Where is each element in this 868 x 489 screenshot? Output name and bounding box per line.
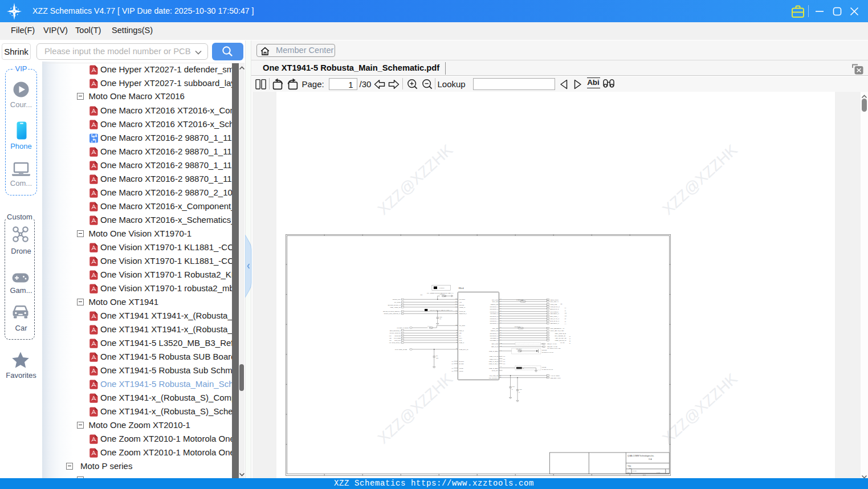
svg-text:(P): (P)	[557, 301, 559, 302]
svg-text:(2E): (2E)	[389, 337, 392, 339]
svg-text:G4b,: G4b,	[503, 363, 506, 365]
svg-text:(A): (A)	[565, 323, 567, 324]
svg-text:P55: P55	[455, 298, 457, 299]
svg-text:PF_MICG: PF_MICG	[394, 301, 401, 303]
svg-text:(P): (P)	[557, 299, 559, 300]
svg-text:PC.SCLK: PC.SCLK	[459, 299, 466, 300]
svg-text:x2: x2	[519, 392, 520, 393]
svg-text:(22): (22)	[560, 303, 563, 304]
svg-text:BH2_BY(2)_P: BH2_BY(2)_P	[550, 320, 559, 322]
svg-text:(B): (B)	[569, 340, 571, 341]
svg-text:JPI2_RIP2_R: JPI2_RIP2_R	[392, 342, 401, 344]
svg-text:(P): (P)	[569, 338, 571, 339]
svg-text:PIN_USB_CE: PIN_USB_CE	[490, 375, 499, 377]
svg-text:LNE_AGND_CN: LNE_AGND_CN	[390, 307, 401, 308]
svg-text:A5: A5	[500, 303, 501, 304]
svg-text:BT9_JBTGE)_BI: BT9_JBTGE)_BI	[555, 335, 566, 337]
svg-text:Rxxxnb: Rxxxnb	[633, 470, 637, 471]
svg-text:(still ADB(blue collect)=USB: (still ADB(blue collect)=USB	[547, 348, 561, 349]
svg-text:A5: A5	[500, 300, 501, 301]
svg-text:10nF: 10nF	[436, 357, 439, 358]
svg-text:uS7(2)LPL_0: uS7(2)LPL_0	[490, 333, 498, 335]
svg-text:x5: x5	[456, 336, 457, 337]
svg-text:XZZ@XZZHK: XZZ@XZZHK	[374, 370, 456, 447]
svg-text:A7B: A7B	[500, 343, 502, 344]
svg-text:RPL_CIE: RPL_CIE	[492, 301, 499, 303]
svg-text:QUALCOMM Technologies,Inc.: QUALCOMM Technologies,Inc.	[627, 455, 654, 457]
svg-text:(2): (2)	[565, 310, 567, 311]
svg-text:GI1_JTU2-TIk: GI1_JTU2-TIk	[392, 332, 401, 334]
svg-text:R: R	[666, 470, 667, 471]
svg-text:SBG_USB: SBG_USB	[491, 343, 498, 345]
svg-text:(1(8)3)B: (1(8)3)B	[542, 366, 547, 368]
svg-text:JTU2-TEI: JTU2-TEI	[394, 335, 401, 337]
svg-text:L52: L52	[455, 324, 457, 325]
svg-text:x54: x54	[455, 310, 457, 311]
svg-text:Sxxxt: Sxxxt	[643, 474, 646, 475]
svg-text:IPG(2): IPG(2)	[459, 368, 464, 369]
svg-text:ASE_GELIT: ASE_GELIT	[516, 348, 522, 350]
svg-text:USB_(U.S)_B: USB_(U.S)_B	[490, 356, 499, 357]
svg-text:BHUTT: BHUTT	[459, 361, 464, 362]
svg-text:U54: U54	[455, 306, 457, 307]
svg-text:R54: R54	[455, 301, 457, 302]
svg-text:USB_W_TE_F: USB_W_TE_F	[489, 363, 499, 365]
svg-text:A5: A5	[500, 312, 501, 313]
svg-text:LORD_TA: LORD_TA	[459, 307, 466, 308]
svg-text:SB"2.B2PL_T: SB"2.B2PL_T	[550, 313, 559, 315]
svg-text:PC_RSG: PC_RSG	[459, 325, 465, 327]
svg-text:A5: A5	[500, 305, 501, 307]
svg-text:uS7(2)nPL_7: uS7(2)nPL_7	[490, 323, 498, 324]
svg-text:A5: A5	[500, 327, 501, 328]
svg-text:R80x-A: R80x-A	[459, 287, 464, 290]
svg-text:x4R: x4R	[451, 361, 454, 362]
svg-text:A5: A5	[500, 336, 501, 337]
svg-text:RP(L)S7B_2: RP(L)S7B_2	[550, 311, 559, 313]
svg-text:(1873)TE: (1873)TE	[542, 349, 547, 351]
svg-text:USB_(R_BIDF: USB_(R_BIDF	[489, 368, 499, 369]
svg-text:GECL2_TIB: GECL2_TIB	[491, 304, 499, 305]
svg-text:A5: A5	[500, 320, 501, 321]
svg-text:XXX: XXX	[427, 325, 430, 327]
svg-text:GET)_JTE(AB_BI: GET)_JTE(AB_BI	[555, 333, 567, 335]
svg-text:A5: A5	[500, 298, 501, 299]
svg-text:uS7(2)LPL_0: uS7(2)LPL_0	[490, 306, 498, 308]
svg-text:10F: 10F	[439, 318, 442, 319]
svg-text:x5: x5	[456, 339, 457, 340]
svg-text:x2: x2	[512, 389, 513, 390]
svg-text:#Am./W. (3G/5): #Am./W. (3G/5)	[550, 375, 560, 377]
svg-text:RTL_TLE: RTL_TLE	[550, 301, 556, 303]
svg-text:WP(2)BPL_2: WP(2)BPL_2	[490, 340, 499, 341]
svg-text:JPI2_CIM: JPI2_CIM	[394, 340, 401, 341]
svg-text:JUH: JUH	[459, 337, 462, 339]
svg-text:(36): (36)	[389, 330, 392, 331]
svg-text:ABG(22)TAB: ABG(22)TAB	[514, 326, 520, 327]
svg-text:(2P): (2P)	[565, 315, 567, 316]
svg-text:G1/G5: G1/G5	[395, 349, 399, 350]
svg-text:WKUP_E: WKUP_E	[459, 311, 466, 312]
svg-text:A5: A5	[500, 334, 501, 335]
svg-text:SB"2.B7PL_T: SB"2.B7PL_T	[550, 323, 559, 324]
svg-text:uS72_BATL_U: uS72_BATL_U	[550, 306, 560, 308]
svg-text:V.I.A: V.I.A	[649, 458, 652, 461]
svg-text:uS79_BEWBG(TA: uS79_BEWBG(TA	[550, 328, 562, 329]
svg-text:G4b,: G4b,	[503, 361, 506, 362]
svg-text:USB_BGL) (MW): USB_BGL) (MW)	[550, 377, 561, 379]
svg-text:A5: A5	[500, 322, 501, 323]
svg-text:Sxd: Sxd	[629, 467, 632, 468]
svg-text:Title: Title	[627, 465, 631, 467]
svg-text:USB_W_TE_B: USB_W_TE_B	[489, 361, 499, 362]
svg-text:x4R: x4R	[451, 368, 454, 369]
svg-text:0402/XXX: 0402/XXX	[440, 294, 445, 295]
svg-text:XZZ@XZZHK: XZZ@XZZHK	[374, 141, 456, 218]
svg-text:PHF: PHF	[459, 340, 462, 341]
svg-text:uTET)_B(TAB_IU): uTET)_B(TAB_IU)	[555, 340, 567, 341]
svg-text:USB_IR_BIDF: USB_IR_BIDF	[489, 351, 499, 352]
svg-text:A5: A5	[500, 315, 501, 316]
svg-text:PIN_JPG(2/W): PIN_JPG(2/W)	[489, 377, 499, 379]
svg-text:GDDRV2_F: GDDRV2_F	[459, 313, 467, 315]
svg-text:BT5_S72L_A: BT5_S72L_A	[550, 316, 559, 317]
svg-text:uS72_TkE: uS72_TkE	[550, 304, 557, 305]
svg-text:S: S	[627, 470, 629, 471]
svg-text:Dxte: Dxte	[627, 472, 630, 473]
